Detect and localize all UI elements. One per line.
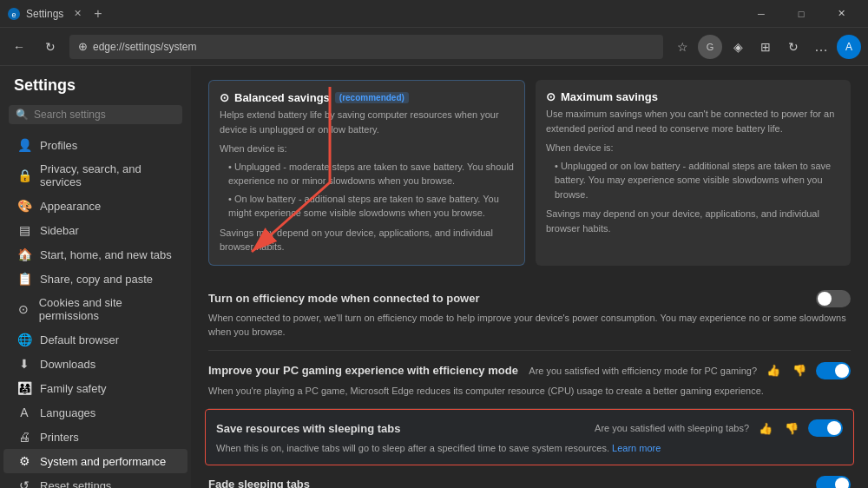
- sidebar-item-label: Cookies and site permissions: [39, 296, 174, 322]
- search-input[interactable]: [34, 109, 175, 121]
- sidebar-item-label: Reset settings: [40, 479, 111, 489]
- sidebar-item-system[interactable]: ⚙ System and performance: [3, 449, 187, 473]
- close-btn[interactable]: ✕: [821, 0, 861, 28]
- sidebar-item-cookies[interactable]: ⊙ Cookies and site permissions: [3, 291, 187, 327]
- sidebar: Settings 🔍 👤 Profiles 🔒 Privacy, search,…: [0, 66, 191, 488]
- efficiency-power-title: Turn on efficiency mode when connected t…: [208, 292, 480, 305]
- sleeping-thumbup-btn[interactable]: 👍: [756, 419, 775, 438]
- sidebar-item-start[interactable]: 🏠 Start, home, and new tabs: [3, 242, 187, 267]
- sidebar-item-printers[interactable]: 🖨 Printers: [3, 425, 187, 449]
- favorites-icon[interactable]: ☆: [670, 35, 694, 59]
- balanced-savings-note: Savings may depend on your device, appli…: [220, 226, 514, 254]
- gaming-thumbdown-btn[interactable]: 👎: [790, 361, 809, 380]
- profiles-icon: 👤: [17, 138, 31, 152]
- tab-title: Settings: [26, 8, 63, 20]
- savings-cards: ⊙ Balanced savings (recommended) Helps e…: [208, 80, 851, 266]
- sidebar-item-languages[interactable]: A Languages: [3, 400, 187, 425]
- fade-sleeping-header: Fade sleeping tabs: [208, 476, 851, 489]
- sidebar-item-label: Languages: [40, 406, 95, 419]
- refresh-btn[interactable]: ↻: [38, 35, 62, 59]
- cookies-icon: ⊙: [17, 302, 30, 316]
- maximize-btn[interactable]: □: [781, 0, 821, 28]
- sidebar-item-reset[interactable]: ↺ Reset settings: [3, 473, 187, 488]
- efficiency-power-toggle[interactable]: [816, 290, 851, 307]
- wallet-icon[interactable]: ◈: [726, 35, 750, 59]
- refresh-page-icon[interactable]: ↻: [781, 35, 806, 59]
- titlebar: e Settings ✕ + ─ □ ✕: [0, 0, 868, 28]
- balanced-bullet-1: • Unplugged - moderate steps are taken t…: [228, 160, 514, 188]
- sleeping-tabs-title: Save resources with sleeping tabs: [216, 422, 400, 435]
- sidebar-item-sidebar[interactable]: ▤ Sidebar: [3, 218, 187, 242]
- tab-close-btn[interactable]: ✕: [74, 8, 82, 19]
- efficiency-power-desc: When connected to power, we'll turn on e…: [208, 311, 851, 340]
- maximum-when-label: When device is:: [546, 141, 840, 155]
- settings-more-icon[interactable]: …: [809, 35, 833, 59]
- gaming-thumbup-btn[interactable]: 👍: [764, 361, 783, 380]
- browser-toolbar: ☆ G ◈ ⊞ ↻ … A: [670, 35, 861, 59]
- fade-sleeping-toggle[interactable]: [816, 476, 851, 489]
- share-icon: 📋: [17, 272, 31, 286]
- new-tab-btn[interactable]: +: [94, 6, 102, 22]
- sleeping-thumbdown-btn[interactable]: 👎: [782, 419, 801, 438]
- gaming-efficiency-toggle[interactable]: [816, 362, 851, 379]
- content-area: ⊙ Balanced savings (recommended) Helps e…: [191, 66, 868, 488]
- sidebar-item-label: Default browser: [40, 333, 119, 346]
- balanced-savings-card: ⊙ Balanced savings (recommended) Helps e…: [208, 80, 525, 266]
- gaming-efficiency-desc: When you're playing a PC game, Microsoft…: [208, 384, 851, 399]
- reset-icon: ↺: [17, 478, 31, 488]
- sidebar-item-profiles[interactable]: 👤 Profiles: [3, 133, 187, 157]
- sidebar-item-label: Sidebar: [40, 224, 79, 237]
- languages-icon: A: [17, 406, 31, 419]
- sleeping-satisfaction-label: Are you satisfied with sleeping tabs?: [595, 423, 749, 433]
- sleeping-tabs-setting: Save resources with sleeping tabs Are yo…: [205, 409, 854, 465]
- sleeping-tabs-desc: When this is on, inactive tabs will go t…: [216, 441, 843, 456]
- edge-icon: ⊕: [78, 40, 88, 53]
- balanced-card-desc: Helps extend battery life by saving comp…: [220, 108, 514, 136]
- balanced-card-title: ⊙ Balanced savings (recommended): [220, 91, 514, 104]
- sidebar-title: Settings: [0, 76, 191, 105]
- sidebar-item-label: Printers: [40, 431, 79, 444]
- start-icon: 🏠: [17, 247, 31, 261]
- sidebar-item-family[interactable]: 👨‍👩‍👧 Family safety: [3, 376, 187, 400]
- search-icon: 🔍: [16, 109, 29, 121]
- family-icon: 👨‍👩‍👧: [17, 381, 31, 395]
- profile-circle-icon[interactable]: G: [698, 35, 722, 59]
- recommended-badge: (recommended): [335, 92, 409, 103]
- gaming-satisfaction-label: Are you satisfied with efficiency mode f…: [529, 366, 757, 376]
- sidebar-item-label: Downloads: [40, 358, 95, 371]
- sidebar-item-downloads[interactable]: ⬇ Downloads: [3, 352, 187, 376]
- gaming-efficiency-title: Improve your PC gaming experience with e…: [208, 364, 518, 377]
- max-battery-icon: ⊙: [546, 90, 556, 103]
- learn-more-link[interactable]: Learn more: [612, 443, 661, 453]
- balanced-when-label: When device is:: [220, 142, 514, 156]
- svg-text:e: e: [11, 10, 16, 19]
- sidebar-item-label: Appearance: [40, 200, 101, 213]
- balanced-bullet-2: • On low battery - additional steps are …: [228, 192, 514, 221]
- system-icon: ⚙: [17, 454, 31, 468]
- titlebar-tab-icons: e Settings ✕ +: [7, 6, 102, 22]
- maximum-card-desc: Use maximum savings when you can't be co…: [546, 107, 840, 135]
- maximum-savings-note: Savings may depend on your device, appli…: [546, 207, 840, 235]
- address-bar[interactable]: ⊕ edge://settings/system: [69, 35, 663, 59]
- sidebar-icon: ▤: [17, 223, 31, 237]
- sidebar-item-label: Privacy, search, and services: [40, 162, 174, 188]
- efficiency-power-setting: Turn on efficiency mode when connected t…: [208, 280, 851, 351]
- sidebar-search[interactable]: 🔍: [9, 105, 182, 124]
- back-btn[interactable]: ←: [7, 35, 31, 59]
- gaming-efficiency-controls: Are you satisfied with efficiency mode f…: [529, 361, 851, 380]
- fade-sleeping-title: Fade sleeping tabs: [208, 478, 310, 488]
- sidebar-item-share[interactable]: 📋 Share, copy and paste: [3, 267, 187, 291]
- collections-icon[interactable]: ⊞: [753, 35, 778, 59]
- sidebar-item-appearance[interactable]: 🎨 Appearance: [3, 194, 187, 218]
- sleeping-tabs-controls: Are you satisfied with sleeping tabs? 👍 …: [595, 419, 843, 438]
- url-text: edge://settings/system: [93, 41, 196, 53]
- sidebar-item-label: System and performance: [40, 455, 166, 468]
- account-avatar[interactable]: A: [837, 35, 861, 59]
- maximum-card-title: ⊙ Maximum savings: [546, 90, 840, 103]
- sidebar-item-default-browser[interactable]: 🌐 Default browser: [3, 327, 187, 352]
- minimize-btn[interactable]: ─: [741, 0, 781, 28]
- edge-favicon-icon: e: [7, 7, 21, 21]
- sleeping-tabs-toggle[interactable]: [808, 419, 843, 437]
- sidebar-item-privacy[interactable]: 🔒 Privacy, search, and services: [3, 157, 187, 194]
- battery-icon: ⊙: [220, 91, 229, 104]
